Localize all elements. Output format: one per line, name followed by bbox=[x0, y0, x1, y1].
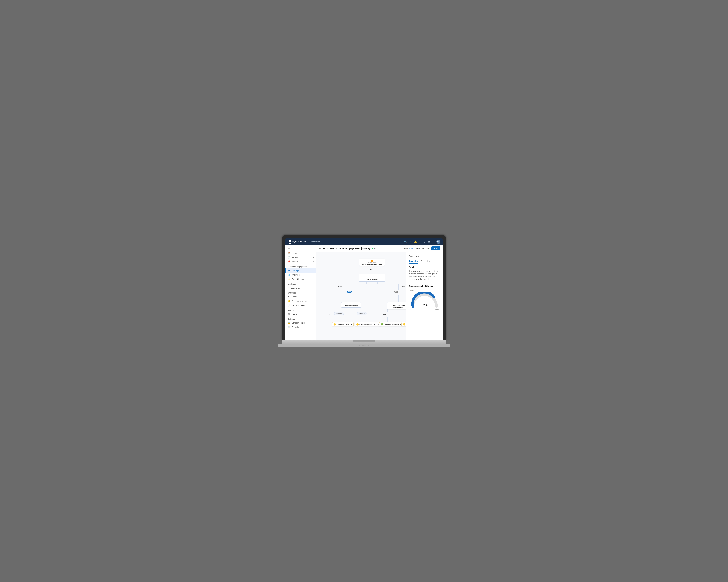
offer2-icon: 🟡 bbox=[356, 323, 359, 326]
branch-node[interactable]: ⑃ Add an if/then branch Loyalty member bbox=[359, 274, 385, 281]
optimize-node[interactable]: Optimize across channels Best channel to… bbox=[387, 302, 406, 309]
sms-icon: 💬 bbox=[288, 304, 290, 307]
gauge-100-label: 100% bbox=[435, 308, 439, 310]
main-layout: ☰ 🏠 Home 🕐 Recent ▾ 📌 Pinned ▾ bbox=[285, 245, 443, 340]
screen: Dynamics 365 | Marketing 🔍 ✓ 🔔 + ▽ ⚙ ? M… bbox=[285, 239, 443, 340]
filter-icon[interactable]: ▽ bbox=[423, 241, 425, 243]
sidebar-recent-label: Recent bbox=[291, 256, 298, 258]
laptop-keyboard: MacBook Air bbox=[278, 344, 450, 347]
sidebar-item-library[interactable]: 🖼 Library bbox=[285, 312, 316, 316]
optimize-node-main: Best channel to communicate bbox=[388, 305, 406, 308]
consent-icon: 🔒 bbox=[288, 322, 290, 324]
sidebar-journeys-label: Journeys bbox=[291, 269, 299, 272]
plus-icon[interactable]: + bbox=[419, 241, 421, 243]
sidebar-item-home[interactable]: 🏠 Home bbox=[285, 251, 316, 255]
sidebar-item-analytics[interactable]: 📊 Analytics bbox=[285, 273, 316, 277]
sidebar-item-compliance[interactable]: 📋 Compliance bbox=[285, 325, 316, 329]
gauge-left-label: 0 bbox=[410, 308, 411, 310]
version-b-label: Version B bbox=[359, 313, 365, 314]
goal-text: The goal here is to improve in-store cus… bbox=[409, 270, 440, 281]
sidebar-item-event-triggers[interactable]: ⚡ Event triggers bbox=[285, 277, 316, 281]
sidebar-sms-label: Text messages bbox=[291, 304, 305, 306]
branch-node-top: Add an if/then branch bbox=[365, 277, 379, 279]
check-icon[interactable]: ✓ bbox=[410, 241, 412, 243]
sidebar-item-recent[interactable]: 🕐 Recent ▾ bbox=[285, 255, 316, 259]
gauge-side-labels: 0 100% bbox=[410, 308, 439, 310]
waffle-icon[interactable] bbox=[288, 240, 291, 244]
connectors-svg bbox=[319, 255, 406, 331]
section-assets: Assets bbox=[285, 308, 316, 312]
content-area: ← In-store customer engagement journey L… bbox=[316, 245, 443, 340]
sidebar-emails-label: Emails bbox=[291, 296, 297, 298]
section-audience: Audience bbox=[285, 281, 316, 286]
laptop-wrapper: Dynamics 365 | Marketing 🔍 ✓ 🔔 + ▽ ⚙ ? M… bbox=[282, 235, 446, 347]
pinned-expand-icon: ▾ bbox=[313, 261, 314, 262]
version-a-count: 1,350 bbox=[328, 313, 332, 315]
panel-goal-section: Goal The goal here is to improve in-stor… bbox=[407, 264, 443, 283]
sidebar-item-journeys[interactable]: ⊕ Journeys bbox=[285, 268, 316, 273]
macbook-label: MacBook Air bbox=[278, 344, 450, 347]
sidebar-analytics-label: Analytics bbox=[291, 274, 300, 276]
trigger-node[interactable]: 📶 Trigger event Connect to in-store Wi-F… bbox=[359, 259, 385, 266]
gauge-svg-wrapper: 82% bbox=[410, 292, 439, 308]
sidebar-item-segments[interactable]: ◎ Segments bbox=[285, 286, 316, 290]
right-panel: Journey Analytics Properties Goal The go… bbox=[406, 252, 443, 340]
loyalty-node-2[interactable]: 🟡 500 loyalty points with sign-up bbox=[401, 322, 406, 327]
panel-tabs: Analytics Properties bbox=[407, 259, 443, 264]
sidebar-item-text-messages[interactable]: 💬 Text messages bbox=[285, 303, 316, 308]
ab-node-main: Offer experiment bbox=[342, 305, 360, 307]
sidebar-item-push-notifications[interactable]: 🔔 Push notifications bbox=[285, 299, 316, 303]
laptop-notch bbox=[353, 340, 375, 342]
search-icon[interactable]: 🔍 bbox=[404, 241, 407, 243]
gauge-top-labels: 1,680 bbox=[410, 290, 439, 292]
library-icon: 🖼 bbox=[288, 313, 290, 315]
version-a-pill[interactable]: Version A bbox=[334, 312, 344, 315]
section-channels: Channels bbox=[285, 290, 316, 295]
yes-count: 2,700 bbox=[338, 286, 342, 288]
yes-badge: Yes bbox=[347, 290, 352, 293]
section-settings: Settings bbox=[285, 316, 316, 321]
stop-button[interactable]: Stop bbox=[431, 246, 440, 250]
offer-node-2[interactable]: 🟡 Recommendations just for you bbox=[355, 322, 382, 327]
version-b-count: 1,350 bbox=[368, 313, 372, 315]
sidebar-push-label: Push notifications bbox=[291, 300, 307, 302]
offer-node-1[interactable]: 🟡 In-store exclusive offer bbox=[332, 322, 354, 327]
analytics-icon: 📊 bbox=[288, 274, 290, 276]
sidebar-pinned-label: Pinned bbox=[291, 260, 298, 263]
sidebar-home-label: Home bbox=[291, 252, 297, 254]
journeys-icon: ⊕ bbox=[288, 269, 290, 272]
sidebar-library-label: Library bbox=[291, 313, 297, 315]
journey-canvas[interactable]: 📶 Trigger event Connect to in-store Wi-F… bbox=[316, 252, 406, 340]
ab-test-node[interactable]: Add an A/B test Offer experiment bbox=[341, 302, 361, 308]
journey-title: In-store customer engagement journey bbox=[323, 247, 370, 250]
email-icon: ✉ bbox=[288, 295, 289, 298]
sidebar-item-pinned[interactable]: 📌 Pinned ▾ bbox=[285, 259, 316, 264]
bell-icon[interactable]: 🔔 bbox=[414, 241, 417, 243]
top-nav-bar: Dynamics 365 | Marketing 🔍 ✓ 🔔 + ▽ ⚙ ? M… bbox=[285, 239, 443, 245]
sidebar-triggers-label: Event triggers bbox=[291, 278, 304, 280]
goal-label: Goal met: bbox=[416, 247, 425, 250]
settings-icon[interactable]: ⚙ bbox=[428, 241, 430, 243]
canvas-inner: 📶 Trigger event Connect to in-store Wi-F… bbox=[319, 255, 406, 331]
contacts-goal-title: Contacts reached the goal bbox=[407, 285, 443, 287]
brand-module: Marketing bbox=[311, 241, 320, 243]
sidebar-hamburger[interactable]: ☰ bbox=[285, 245, 316, 251]
version-b-pill[interactable]: Version B bbox=[357, 312, 367, 315]
compliance-icon: 📋 bbox=[288, 326, 290, 329]
no-badge: No bbox=[394, 290, 398, 293]
sidebar-item-consent[interactable]: 🔒 Consent center bbox=[285, 321, 316, 325]
inflow-info: Inflow: 4,100 Goal met: 82% bbox=[402, 247, 430, 250]
gauge-top-right: 1,680 bbox=[410, 290, 414, 292]
back-button[interactable]: ← bbox=[319, 247, 321, 250]
trigger-node-top: Trigger event bbox=[368, 262, 376, 264]
sidebar-item-emails[interactable]: ✉ Emails bbox=[285, 295, 316, 299]
tab-analytics[interactable]: Analytics bbox=[409, 259, 418, 264]
user-avatar[interactable]: MT bbox=[437, 240, 440, 244]
segments-icon: ◎ bbox=[288, 287, 289, 289]
screen-bezel: Dynamics 365 | Marketing 🔍 ✓ 🔔 + ▽ ⚙ ? M… bbox=[282, 235, 446, 340]
recent-icon: 🕐 bbox=[288, 256, 290, 259]
help-icon[interactable]: ? bbox=[433, 241, 434, 243]
inflow-value: 4,100 bbox=[409, 247, 414, 250]
tab-properties[interactable]: Properties bbox=[421, 259, 430, 264]
sidebar-consent-label: Consent center bbox=[291, 322, 305, 324]
